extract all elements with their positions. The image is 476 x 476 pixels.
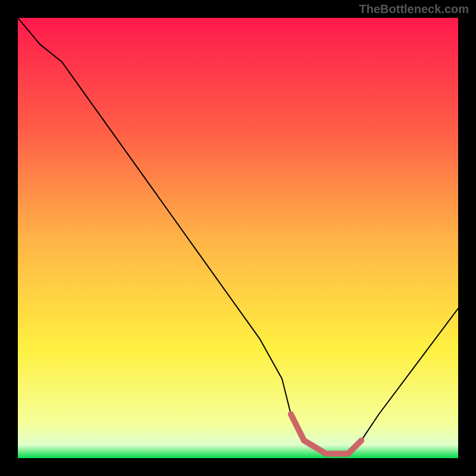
gradient-background xyxy=(18,18,458,458)
chart-container: TheBottleneck.com xyxy=(0,0,476,476)
chart-svg xyxy=(18,18,458,458)
plot-area xyxy=(18,18,458,458)
watermark-text: TheBottleneck.com xyxy=(359,2,469,16)
